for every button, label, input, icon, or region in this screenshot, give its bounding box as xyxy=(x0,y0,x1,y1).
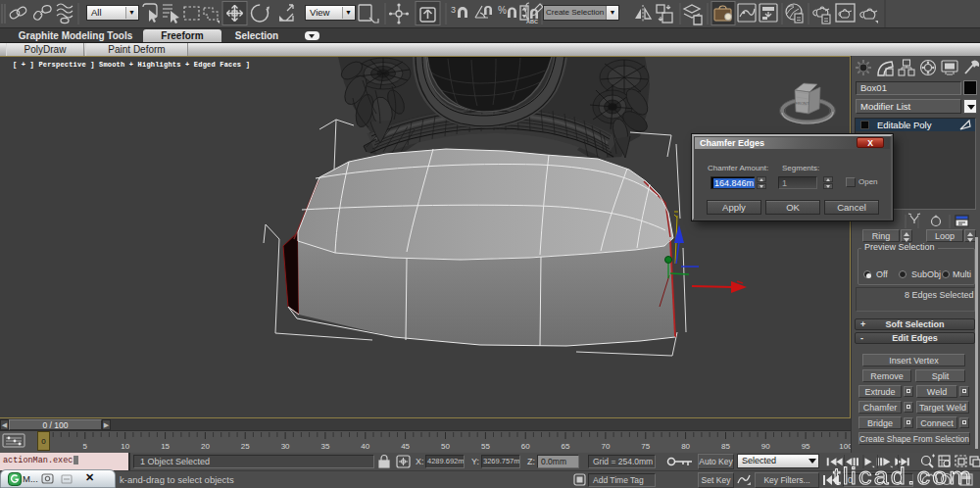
svg-text:45: 45 xyxy=(401,442,410,451)
svg-text:15: 15 xyxy=(161,442,170,451)
svg-text:40: 40 xyxy=(361,442,369,451)
svg-text:%: % xyxy=(498,5,507,16)
svg-text:100: 100 xyxy=(839,442,851,451)
svg-text:20: 20 xyxy=(201,442,210,451)
svg-text:5: 5 xyxy=(83,442,88,451)
svg-text:10: 10 xyxy=(121,442,129,451)
svg-text:75: 75 xyxy=(641,442,650,451)
svg-text:25: 25 xyxy=(241,442,250,451)
svg-text:3: 3 xyxy=(451,5,456,15)
svg-text:80: 80 xyxy=(681,442,690,451)
svg-text:35: 35 xyxy=(320,442,329,451)
svg-text:30: 30 xyxy=(281,442,290,451)
svg-text:95: 95 xyxy=(802,442,810,451)
svg-text:ABC: ABC xyxy=(526,19,538,24)
svg-text:90: 90 xyxy=(761,442,770,451)
svg-text:50: 50 xyxy=(441,442,450,451)
svg-text:65: 65 xyxy=(562,442,570,451)
svg-text:85: 85 xyxy=(721,442,730,451)
svg-text:55: 55 xyxy=(481,442,490,451)
svg-text:60: 60 xyxy=(521,442,530,451)
svg-text:70: 70 xyxy=(601,442,610,451)
